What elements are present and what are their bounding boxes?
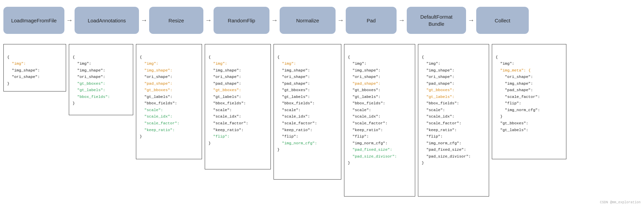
pipeline-container: LoadImageFromFile → LoadAnnotations → Re… (0, 0, 644, 203)
node-pad: Pad (346, 7, 397, 34)
pipeline-top-row: LoadImageFromFile → LoadAnnotations → Re… (3, 3, 641, 37)
arrow-7: → (466, 17, 476, 24)
code-panel-load-image: { "img": "img_shape": "ori_shape": } (3, 44, 66, 91)
node-load-image-from-file: LoadImageFromFile (3, 7, 64, 34)
arrow-3: → (203, 17, 214, 24)
arrow-4: → (269, 17, 280, 24)
code-panel-collect: { "img": "img_meta": { "ori_shape": "img… (492, 44, 566, 159)
code-panel-default-format-bundle: { "img": "img_shape": "ori_shape": "pad_… (418, 44, 489, 197)
node-resize: Resize (149, 7, 203, 34)
node-collect: Collect (476, 7, 529, 34)
node-random-flip: RandomFlip (214, 7, 269, 34)
arrow-5: → (336, 17, 346, 24)
code-panel-load-annotations: { "img": "img_shape": "ori_shape": "gt_b… (69, 44, 133, 115)
code-panel-pad: { "img": "img_shape": "ori_shape": "pad_… (344, 44, 415, 197)
code-panel-random-flip: { "img": "img_shape": "ori_shape": "pad_… (205, 44, 271, 169)
node-load-annotations: LoadAnnotations (75, 7, 139, 34)
code-panel-normalize: { "img": "img_shape": "ori_shape": "pad_… (274, 44, 341, 180)
code-panel-resize: { "img": "img_shape": "ori_shape": "pad_… (136, 44, 202, 159)
node-normalize: Normalize (280, 7, 336, 34)
arrow-1: → (64, 17, 75, 24)
pipeline-bottom-row: { "img": "img_shape": "ori_shape": } { "… (3, 44, 641, 197)
arrow-6: → (397, 17, 407, 24)
arrow-2: → (139, 17, 149, 24)
node-default-format-bundle: DefaultFormatBundle (407, 7, 466, 34)
watermark: CSDN @mm_exploration (600, 201, 641, 203)
